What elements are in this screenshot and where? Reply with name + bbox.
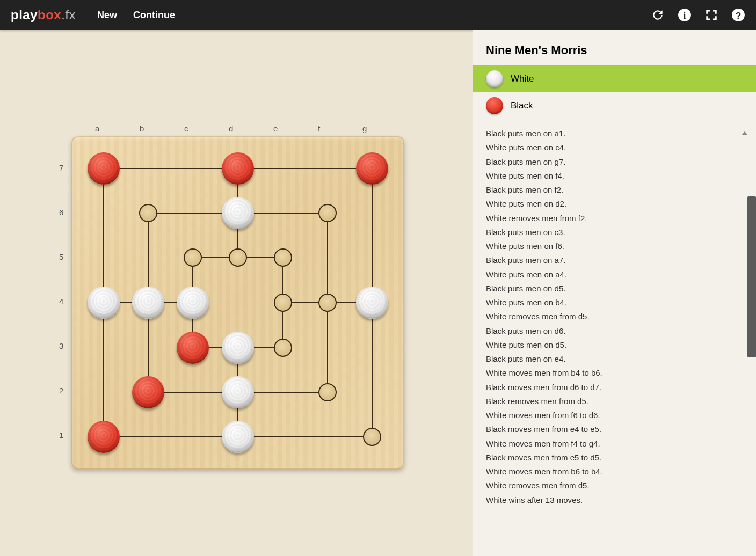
board-lines	[71, 136, 404, 469]
history-entry: White puts men on d5.	[486, 338, 743, 352]
side-scrollbar[interactable]	[747, 196, 756, 357]
col-label-c: c	[184, 124, 192, 133]
piece-d7[interactable]	[222, 152, 254, 185]
history-entry: Black puts men on f2.	[486, 183, 743, 197]
spot-d5[interactable]	[229, 248, 247, 267]
player-row-white[interactable]: White	[473, 65, 756, 92]
game-title: Nine Men's Morris	[473, 41, 756, 65]
history-entry: White moves men from f6 to d6.	[486, 408, 743, 422]
svg-text:?: ?	[736, 10, 742, 21]
history-scroll-up-icon[interactable]	[741, 130, 748, 137]
history-entry: Black puts men on a1.	[486, 127, 743, 141]
col-label-a: a	[95, 124, 103, 133]
side-panel: Nine Men's Morris WhiteBlack Black puts …	[473, 30, 756, 556]
info-icon[interactable]: i	[678, 8, 692, 22]
piece-d1[interactable]	[222, 421, 254, 453]
piece-d3[interactable]	[222, 332, 254, 364]
spot-e5[interactable]	[274, 248, 292, 267]
piece-a4[interactable]	[88, 287, 120, 319]
history-entry: White removes men from d5.	[486, 479, 743, 493]
player-row-black[interactable]: Black	[473, 92, 756, 119]
history-entry: White moves men from b6 to b4.	[486, 465, 743, 479]
column-labels: abcdefg	[95, 124, 370, 133]
board-area: abcdefg 7654321	[0, 30, 473, 556]
logo-box: box	[38, 8, 61, 22]
col-label-f: f	[318, 124, 325, 133]
history-entry: Black moves men from e5 to d5.	[486, 451, 743, 465]
piece-a1[interactable]	[88, 421, 120, 453]
piece-b2[interactable]	[132, 376, 164, 408]
history-entry: Black puts men on e4.	[486, 352, 743, 366]
spot-f4[interactable]	[318, 294, 337, 312]
history-entry: White puts men on b4.	[486, 296, 743, 310]
piece-c4[interactable]	[177, 287, 209, 319]
history-entry: White wins after 13 moves.	[486, 493, 743, 507]
history-entry: White puts men on c4.	[486, 141, 743, 155]
fullscreen-icon[interactable]	[704, 8, 718, 22]
spot-e4[interactable]	[274, 294, 292, 312]
main: abcdefg 7654321 Nine Men's Morris WhiteB…	[0, 30, 756, 556]
history-entry: Black puts men on d6.	[486, 324, 743, 338]
player-piece-white	[486, 70, 503, 87]
row-label-7: 7	[59, 163, 63, 172]
row-labels: 7654321	[59, 163, 63, 440]
history-entry: White puts men on a4.	[486, 268, 743, 282]
spot-g1[interactable]	[363, 428, 381, 446]
col-label-g: g	[362, 124, 370, 133]
spot-f2[interactable]	[318, 383, 337, 401]
col-label-d: d	[229, 124, 236, 133]
header-right: i ?	[651, 8, 745, 22]
logo[interactable]: playbox.fx	[11, 8, 76, 23]
history-entry: Black puts men on g7.	[486, 155, 743, 169]
history-entry: White puts men on f4.	[486, 169, 743, 183]
row-label-3: 3	[59, 341, 63, 350]
col-label-b: b	[140, 124, 147, 133]
help-icon[interactable]: ?	[731, 8, 745, 22]
svg-text:i: i	[684, 11, 686, 21]
history-entry: Black puts men on d5.	[486, 282, 743, 296]
piece-g4[interactable]	[356, 287, 388, 319]
piece-d2[interactable]	[222, 376, 254, 408]
history-entry: White removes men from f2.	[486, 211, 743, 225]
player-name: Black	[511, 100, 533, 111]
spot-c5[interactable]	[184, 248, 202, 267]
piece-a7[interactable]	[88, 152, 120, 185]
history-entry: Black puts men on c3.	[486, 225, 743, 239]
history-entry: White moves men from f4 to g4.	[486, 437, 743, 451]
history-entry: Black moves men from e4 to e5.	[486, 422, 743, 436]
history-entry: White puts men on d2.	[486, 197, 743, 211]
row-label-4: 4	[59, 297, 63, 306]
move-history[interactable]: Black puts men on a1.White puts men on c…	[473, 119, 756, 545]
game-board[interactable]	[71, 136, 404, 469]
row-label-5: 5	[59, 252, 63, 261]
header-left: playbox.fx New Continue	[11, 8, 191, 23]
spot-b6[interactable]	[139, 204, 157, 222]
nav-continue[interactable]: Continue	[133, 10, 175, 21]
spot-f6[interactable]	[318, 204, 337, 222]
logo-fx: .fx	[61, 8, 76, 22]
piece-c3[interactable]	[177, 332, 209, 364]
history-entry: White moves men from b4 to b6.	[486, 366, 743, 380]
header: playbox.fx New Continue i ?	[0, 0, 756, 30]
piece-d6[interactable]	[222, 197, 254, 229]
refresh-icon[interactable]	[651, 8, 665, 22]
player-piece-black	[486, 97, 503, 114]
row-label-6: 6	[59, 208, 63, 217]
row-label-1: 1	[59, 430, 63, 440]
history-entry: Black puts men on a7.	[486, 253, 743, 267]
row-label-2: 2	[59, 386, 63, 395]
nav-new[interactable]: New	[97, 10, 117, 21]
player-name: White	[511, 74, 534, 84]
history-entry: White puts men on f6.	[486, 239, 743, 253]
history-entry: White removes men from d5.	[486, 310, 743, 324]
history-entry: Black removes men from d5.	[486, 394, 743, 408]
history-entry: Black moves men from d6 to d7.	[486, 381, 743, 394]
piece-b4[interactable]	[132, 287, 164, 319]
col-label-e: e	[273, 124, 281, 133]
piece-g7[interactable]	[356, 152, 388, 185]
logo-play: play	[11, 8, 38, 22]
spot-e3[interactable]	[274, 339, 292, 357]
